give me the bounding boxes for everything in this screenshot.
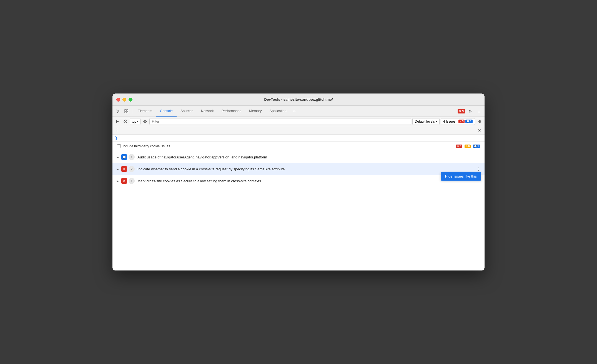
summary-info-icon: 💬 — [474, 145, 477, 148]
issues-count-badge[interactable]: 4 Issues: ✕ 3 💬 1 — [441, 118, 475, 125]
error-icon-2: ✕ — [123, 168, 125, 171]
eye-btn[interactable] — [142, 118, 148, 125]
panel-close-btn[interactable]: ✕ — [477, 128, 482, 133]
chevron-right-icon: ❯ — [115, 136, 118, 140]
summary-error-icon: ✕ — [457, 145, 459, 148]
tab-list: Elements Console Sources Network Perform… — [134, 106, 457, 117]
expand-icon-2[interactable]: ▶ — [116, 167, 120, 171]
error-count-badge[interactable]: ✕ 3 — [458, 109, 465, 113]
expand-icon-1[interactable]: ▶ — [116, 155, 120, 159]
issue-row-2[interactable]: ▶ ✕ 2 Indicate whether to send a cookie … — [112, 163, 485, 175]
issue-text-1: Audit usage of navigator.userAgent, navi… — [137, 155, 481, 159]
issue-count-3: 1 — [129, 178, 135, 184]
tab-memory[interactable]: Memory — [245, 106, 265, 117]
three-dots-menu[interactable]: ⋮ — [115, 128, 119, 133]
empty-console-area — [112, 187, 485, 270]
traffic-lights — [116, 98, 132, 102]
tab-application[interactable]: Application — [265, 106, 290, 117]
error-x-icon: ✕ — [459, 110, 461, 113]
default-levels-selector[interactable]: Default levels ▾ — [412, 118, 440, 125]
console-area: ⋮ ✕ ❯ Include third-party cookie issues … — [112, 126, 485, 271]
window-title: DevTools - samesite-sandbox.glitch.me/ — [264, 97, 333, 102]
issues-error-badge: ✕ 3 — [458, 120, 465, 123]
tab-network[interactable]: Network — [197, 106, 218, 117]
issue-type-icon-2: ✕ — [121, 166, 127, 172]
issues-panel-header: Include third-party cookie issues ✕ 3 ⚠ … — [112, 141, 485, 151]
more-options-btn[interactable]: ⋮ — [475, 107, 483, 115]
console-toolbar: top ▾ Default levels ▾ 4 Issues: ✕ 3 💬 1… — [112, 117, 485, 126]
summary-warning-badge: ⚠ 0 — [465, 145, 471, 148]
summary-error-badge: ✕ 3 — [456, 145, 462, 148]
issue-row-3[interactable]: ▶ ✕ 1 Mark cross-site cookies as Secure … — [112, 175, 485, 187]
svg-rect-2 — [125, 112, 126, 113]
issue-text-3: Mark cross-site cookies as Secure to all… — [137, 179, 481, 183]
issues-error-x-icon: ✕ — [460, 120, 461, 123]
toolbar-right: ✕ 3 ⚙ ⋮ — [458, 107, 483, 115]
issue-row-1[interactable]: ▶ 💬 1 Audit usage of navigator.userAgent… — [112, 151, 485, 163]
maximize-traffic-light[interactable] — [129, 98, 132, 102]
issue-type-icon-3: ✕ — [121, 178, 127, 184]
tab-sources[interactable]: Sources — [177, 106, 197, 117]
summary-warning-icon: ⚠ — [466, 145, 468, 148]
console-play-btn[interactable] — [114, 118, 121, 125]
svg-marker-4 — [116, 120, 119, 123]
third-party-label: Include third-party cookie issues — [122, 144, 170, 148]
svg-rect-1 — [127, 110, 128, 111]
svg-rect-0 — [125, 110, 126, 111]
close-traffic-light[interactable] — [116, 98, 120, 102]
third-party-check[interactable]: Include third-party cookie issues — [117, 144, 170, 148]
summary-info-badge: 💬 1 — [473, 145, 480, 148]
cursor-icon-btn[interactable] — [114, 107, 122, 115]
inspect-icon-btn[interactable] — [122, 107, 130, 115]
chevron-down-icon: ▾ — [137, 120, 139, 123]
issue-count-2: 2 — [129, 166, 135, 172]
devtools-window: DevTools - samesite-sandbox.glitch.me/ E… — [112, 93, 485, 271]
hide-issues-popup[interactable]: Hide issues like this — [441, 172, 481, 181]
tab-elements[interactable]: Elements — [134, 106, 156, 117]
issue-count-1: 1 — [129, 154, 135, 160]
console-gear-btn[interactable]: ⚙ — [476, 118, 483, 125]
third-party-checkbox[interactable] — [117, 144, 121, 148]
info-icon-1: 💬 — [122, 156, 126, 159]
context-selector[interactable]: top ▾ — [130, 118, 141, 125]
svg-rect-3 — [127, 112, 128, 113]
tab-performance[interactable]: Performance — [218, 106, 245, 117]
expand-icon-3[interactable]: ▶ — [116, 179, 120, 183]
default-levels-chevron-icon: ▾ — [436, 120, 437, 123]
issue-more-menu-btn-2[interactable]: ⋮ — [476, 166, 481, 172]
filter-input[interactable] — [149, 118, 411, 125]
title-bar: DevTools - samesite-sandbox.glitch.me/ — [112, 93, 485, 106]
issues-info-icon: 💬 — [466, 120, 469, 123]
issue-type-icon-1: 💬 — [121, 154, 127, 160]
console-block-btn[interactable] — [122, 118, 129, 125]
toolbar-divider-1 — [132, 108, 132, 114]
settings-gear-btn[interactable]: ⚙ — [466, 107, 474, 115]
console-top-row: ⋮ ✕ — [112, 126, 485, 135]
devtools-tabbar: Elements Console Sources Network Perform… — [112, 106, 485, 117]
issues-summary-counts: ✕ 3 ⚠ 0 💬 1 — [456, 145, 480, 148]
svg-line-6 — [124, 120, 127, 123]
tab-console[interactable]: Console — [156, 106, 177, 117]
minimize-traffic-light[interactable] — [122, 98, 126, 102]
error-icon-3: ✕ — [123, 180, 125, 183]
svg-point-7 — [144, 121, 146, 122]
chevron-indicator-row: ❯ — [112, 135, 485, 141]
issue-text-2: Indicate whether to send a cookie in a c… — [137, 167, 476, 171]
issues-info-badge: 💬 1 — [465, 120, 473, 123]
more-tabs-btn[interactable]: » — [290, 107, 298, 115]
